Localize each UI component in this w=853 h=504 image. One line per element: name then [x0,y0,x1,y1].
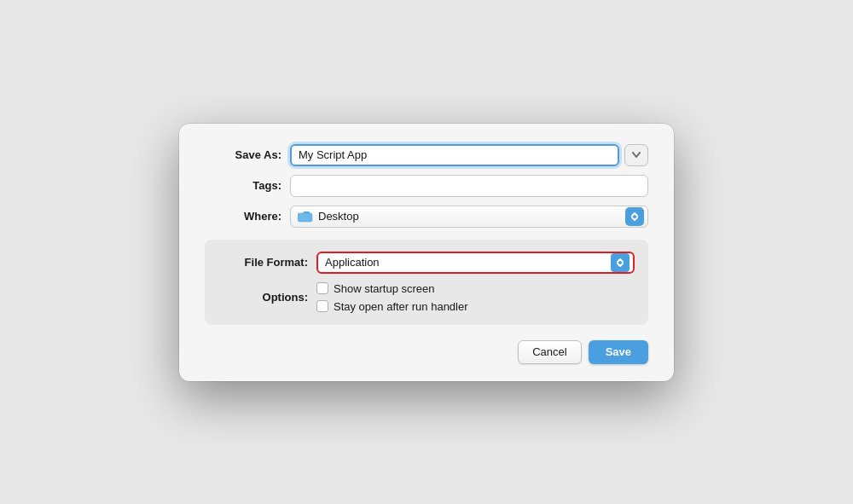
save-as-label: Save As: [205,148,281,161]
where-label: Where: [205,210,281,223]
where-select[interactable]: Desktop [290,206,648,228]
save-as-expand-button[interactable] [624,144,648,166]
folder-icon [298,210,313,223]
cancel-button[interactable]: Cancel [518,340,581,364]
tags-label: Tags: [205,179,281,192]
where-chevron-button[interactable] [625,207,644,226]
tags-input[interactable] [290,175,648,197]
save-as-row: Save As: [205,144,648,166]
show-startup-row: Show startup screen [316,282,468,295]
show-startup-label: Show startup screen [334,282,435,295]
save-as-input-wrap [290,144,648,166]
file-format-chevron-icon [616,258,624,268]
stay-open-checkbox[interactable] [316,300,328,312]
file-format-select[interactable]: Application [316,252,635,274]
options-section: File Format: Application Options: Show s… [205,240,648,325]
file-format-value: Application [325,256,611,269]
file-format-chevron[interactable] [611,253,630,272]
stay-open-row: Stay open after run handler [316,300,468,313]
where-select-inner: Desktop [298,210,625,223]
file-format-row: File Format: Application [218,252,635,274]
show-startup-checkbox[interactable] [316,282,328,294]
save-dialog: Save As: Tags: Where: Deskt [179,124,674,381]
options-row: Options: Show startup screen Stay open a… [218,282,635,313]
tags-row: Tags: [205,175,648,197]
svg-rect-0 [298,213,312,222]
save-as-input[interactable] [290,144,619,166]
where-value: Desktop [318,210,359,223]
checkbox-group: Show startup screen Stay open after run … [316,282,468,313]
stay-open-label: Stay open after run handler [334,300,468,313]
save-button[interactable]: Save [589,340,648,364]
buttons-row: Cancel Save [205,340,648,364]
file-format-label: File Format: [218,256,308,269]
where-row: Where: Desktop [205,206,648,228]
chevron-down-icon [632,152,641,158]
chevron-updown-icon [630,211,639,222]
options-label: Options: [218,291,308,304]
